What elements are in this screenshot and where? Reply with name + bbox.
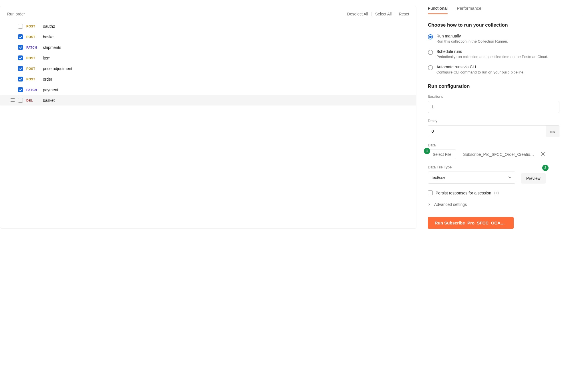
request-name: oauth2 [43,24,55,29]
delay-input[interactable] [428,126,546,137]
advanced-settings-label: Advanced settings [434,202,467,207]
persist-label: Persist responses for a session [436,191,491,195]
run-option[interactable]: Run manuallyRun this collection in the C… [428,34,582,43]
request-row[interactable]: POSTorder [0,74,416,84]
delay-unit: ms [546,126,559,137]
request-row[interactable]: DELbasket [0,95,416,106]
request-name: order [43,77,52,81]
request-row[interactable]: POSToauth2 [0,21,416,31]
run-collection-button[interactable]: Run Subscribe_Pro_SFCC_OCAP… [428,217,514,229]
select-file-button[interactable]: Select File [428,150,456,159]
run-order-panel: Run order Deselect All Select All Reset … [0,6,416,229]
run-option-desc: Periodically run collection at a specifi… [436,55,548,59]
request-name: basket [43,98,55,103]
run-option-radio[interactable] [428,34,433,39]
run-option-desc: Run this collection in the Collection Ru… [436,39,508,43]
run-option-radio[interactable] [428,50,433,55]
deselect-all-button[interactable]: Deselect All [344,12,372,16]
step-badge-2: 2 [542,165,549,171]
request-name: shipments [43,45,61,50]
file-type-label: Data File Type [428,165,582,169]
run-option-label: Run manually [436,34,508,38]
request-row[interactable]: POSTitem [0,53,416,63]
file-type-select[interactable]: text/csv [428,172,515,184]
preview-button[interactable]: Preview [521,173,546,184]
request-checkbox[interactable] [18,24,23,29]
tab-functional[interactable]: Functional [428,6,448,14]
run-config-panel: Functional Performance Choose how to run… [428,6,588,229]
drag-handle-icon[interactable] [11,98,15,102]
request-row[interactable]: PATCHshipments [0,42,416,53]
method-badge: POST [26,77,39,81]
method-badge: POST [26,35,39,39]
data-label: Data [428,143,582,147]
request-checkbox[interactable] [18,66,23,71]
run-option-desc: Configure CLI command to run on your bui… [436,70,525,74]
chevron-right-icon [428,202,431,207]
run-option-label: Schedule runs [436,49,548,54]
iterations-input[interactable] [428,101,559,113]
request-name: price adjustment [43,66,72,71]
request-row[interactable]: POSTbasket [0,31,416,42]
persist-checkbox[interactable] [428,190,433,195]
run-option-label: Automate runs via CLI [436,65,525,69]
choose-run-title: Choose how to run your collection [428,22,582,28]
request-checkbox[interactable] [18,77,23,81]
clear-file-icon[interactable] [541,152,545,157]
run-option-radio[interactable] [428,65,433,70]
request-checkbox[interactable] [18,45,23,50]
method-badge: POST [26,25,39,28]
tab-performance[interactable]: Performance [457,6,481,14]
request-checkbox[interactable] [18,55,23,60]
request-name: basket [43,35,55,39]
run-option[interactable]: Automate runs via CLIConfigure CLI comma… [428,65,582,74]
method-badge: DEL [26,99,39,102]
request-checkbox[interactable] [18,98,23,103]
request-checkbox[interactable] [18,87,23,92]
run-option[interactable]: Schedule runsPeriodically run collection… [428,49,582,59]
iterations-label: Iterations [428,94,582,99]
request-row[interactable]: PATCHpayment [0,84,416,95]
step-badge-1: 1 [424,148,430,154]
file-type-value: text/csv [432,175,445,180]
request-row[interactable]: POSTprice adjustment [0,63,416,74]
request-name: payment [43,87,58,92]
run-config-title: Run configuration [428,83,582,89]
run-order-title: Run order [7,12,25,16]
method-badge: PATCH [26,88,39,91]
method-badge: PATCH [26,46,39,49]
selected-file-name: Subscribe_Pro_SFCC_Order_Creatio… [463,152,534,157]
advanced-settings-toggle[interactable]: Advanced settings [428,202,582,207]
method-badge: POST [26,56,39,60]
chevron-down-icon [508,175,512,180]
request-name: item [43,56,50,60]
select-all-button[interactable]: Select All [372,12,396,16]
info-icon[interactable]: i [494,191,499,195]
delay-label: Delay [428,119,582,123]
method-badge: POST [26,67,39,70]
reset-button[interactable]: Reset [395,12,409,16]
request-checkbox[interactable] [18,34,23,39]
